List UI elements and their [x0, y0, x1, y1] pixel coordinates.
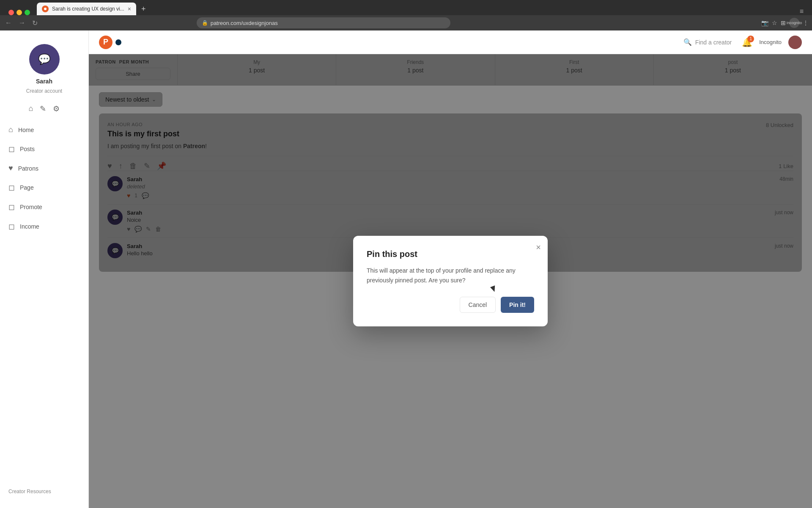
patrons-icon: ♥	[8, 164, 13, 173]
content-area: 💬 Sarah Creator account ⌂ ✎ ⚙ ⌂ Home ◻ P…	[0, 30, 812, 508]
sidebar-home-icon[interactable]: ⌂	[29, 104, 33, 113]
sidebar-item-label-posts: Posts	[20, 146, 35, 152]
sidebar-item-label-patrons: Patrons	[18, 165, 38, 172]
extensions-icon[interactable]: ⊞	[781, 19, 786, 26]
patreon-logo: P	[99, 36, 121, 49]
modal-actions: Cancel Pin it!	[367, 297, 534, 313]
address-text: patreon.com/uxdesignjonas	[211, 20, 278, 26]
sidebar-footer: Creator Resources	[0, 482, 88, 501]
lock-icon: 🔒	[202, 20, 208, 26]
patreon-header: P 🔍 Find a creator 🔔 1 Incognito	[89, 30, 812, 54]
posts-icon: ◻	[8, 144, 15, 154]
browser-right-icons: 📷 ☆ ⊞ Incognito ⋮	[761, 18, 809, 28]
address-bar[interactable]: 🔒 patreon.com/uxdesignjonas	[197, 17, 450, 28]
main-scrollable: PATRON PER MONTH Share My 1 post Fri	[89, 54, 812, 508]
notification-bell[interactable]: 🔔 1	[742, 37, 752, 47]
sidebar-item-label-home: Home	[18, 127, 34, 133]
browser-profile-avatar[interactable]: Incognito	[789, 18, 799, 28]
pin-post-modal: Pin this post × This will appear at the …	[353, 236, 548, 326]
right-panel: P 🔍 Find a creator 🔔 1 Incognito	[89, 30, 812, 508]
sidebar-item-patrons[interactable]: ♥ Patrons	[0, 159, 88, 178]
avatar: 💬	[29, 44, 60, 75]
patreon-p-logo: P	[99, 36, 112, 49]
tab-close-button[interactable]: ×	[128, 6, 131, 12]
browser-menu-dots[interactable]: ⋮	[803, 19, 809, 26]
sidebar-item-label-promote: Promote	[20, 204, 42, 210]
sidebar-user-role: Creator account	[26, 88, 62, 94]
sidebar: 💬 Sarah Creator account ⌂ ✎ ⚙ ⌂ Home ◻ P…	[0, 30, 89, 508]
back-button[interactable]: ←	[3, 17, 14, 28]
modal-overlay[interactable]: Pin this post × This will appear at the …	[89, 54, 812, 508]
sidebar-item-home[interactable]: ⌂ Home	[0, 120, 88, 139]
search-placeholder: Find a creator	[695, 39, 732, 46]
sidebar-item-promote[interactable]: ◻ Promote	[0, 197, 88, 217]
tab-favicon	[42, 6, 49, 12]
refresh-button[interactable]: ↻	[30, 17, 39, 29]
patreon-circle-logo	[115, 39, 121, 45]
new-tab-button[interactable]: +	[138, 3, 149, 15]
sidebar-edit-icon[interactable]: ✎	[40, 104, 46, 113]
promote-icon: ◻	[8, 202, 15, 212]
modal-title: Pin this post	[367, 249, 534, 259]
incognito-label: Incognito	[759, 39, 782, 45]
header-search[interactable]: 🔍 Find a creator	[683, 38, 732, 46]
sidebar-item-posts[interactable]: ◻ Posts	[0, 139, 88, 159]
traffic-light-green[interactable]	[25, 10, 30, 15]
sidebar-actions: ⌂ ✎ ⚙	[0, 101, 88, 117]
traffic-light-red[interactable]	[8, 10, 14, 15]
modal-close-button[interactable]: ×	[536, 243, 541, 252]
browser-tab[interactable]: Sarah is creating UX design vi... ×	[37, 3, 136, 15]
sidebar-username: Sarah	[36, 78, 52, 85]
camera-icon[interactable]: 📷	[761, 19, 768, 26]
pin-confirm-button[interactable]: Pin it!	[501, 297, 534, 313]
star-icon[interactable]: ☆	[772, 19, 777, 26]
cancel-button[interactable]: Cancel	[460, 297, 496, 313]
browser-menu-icon[interactable]: ≡	[800, 8, 804, 15]
browser-toolbar: ← → ↻ 🔒 patreon.com/uxdesignjonas 📷 ☆ ⊞ …	[0, 15, 812, 30]
page-root: Sarah is creating UX design vi... × + ≡ …	[0, 0, 812, 508]
modal-body: This will appear at the top of your prof…	[367, 266, 534, 285]
home-icon: ⌂	[8, 125, 13, 134]
forward-button[interactable]: →	[17, 17, 27, 28]
creator-resources-link[interactable]: Creator Resources	[8, 489, 51, 494]
sidebar-user: 💬 Sarah Creator account	[0, 37, 88, 101]
sidebar-item-page[interactable]: ◻ Page	[0, 178, 88, 197]
sidebar-item-income[interactable]: ◻ Income	[0, 217, 88, 236]
header-avatar[interactable]	[788, 36, 802, 49]
notification-badge: 1	[747, 36, 754, 42]
sidebar-settings-icon[interactable]: ⚙	[53, 104, 60, 113]
search-icon: 🔍	[683, 38, 692, 46]
traffic-light-yellow[interactable]	[16, 10, 22, 15]
tab-title: Sarah is creating UX design vi...	[52, 6, 124, 12]
sidebar-item-label-page: Page	[20, 184, 34, 191]
income-icon: ◻	[8, 222, 15, 231]
header-actions: 🔔 1 Incognito	[742, 36, 802, 49]
page-icon: ◻	[8, 183, 15, 192]
sidebar-nav: ⌂ Home ◻ Posts ♥ Patrons ◻ Page ◻ Prom	[0, 120, 88, 236]
sidebar-item-label-income: Income	[20, 223, 39, 230]
browser-chrome: Sarah is creating UX design vi... × + ≡ …	[0, 0, 812, 30]
